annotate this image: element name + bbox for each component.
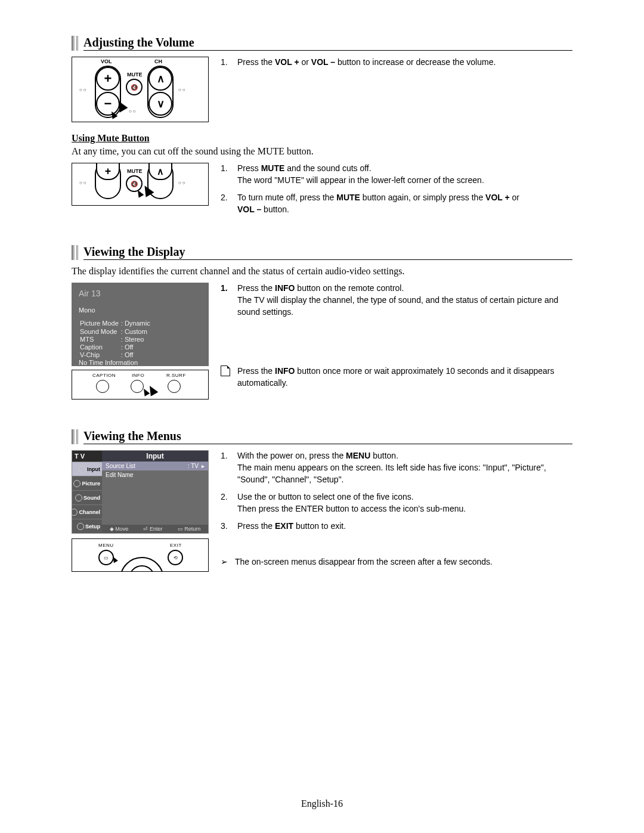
- rsurf-button: [168, 380, 181, 393]
- osd-info-panel: Air 13 Mono Picture Mode: Dynamic Sound …: [72, 283, 209, 366]
- section-header: Viewing the Display: [72, 245, 572, 260]
- step-item: 3. Press the EXIT button to exit.: [221, 521, 572, 532]
- section-accent-bar: [72, 36, 75, 51]
- step-text: With the power on, press the MENU button…: [237, 450, 572, 485]
- section-display: Viewing the Display The display identifi…: [72, 245, 572, 400]
- section-accent-bar: [76, 36, 79, 51]
- step-text: Use the or button to select one of the f…: [237, 491, 466, 515]
- section-accent-bar: [72, 245, 75, 260]
- step-text: Press the INFO button on the remote cont…: [237, 283, 572, 318]
- menu-main: Input Source List: TV▸ Edit Name ◆ Move …: [102, 451, 208, 533]
- menu-label: MENU: [98, 543, 114, 548]
- vol-plus-button: +: [96, 67, 120, 91]
- step-item: 2. To turn mute off, press the MUTE butt…: [221, 192, 572, 215]
- step-text: Press the EXIT button to exit.: [237, 521, 346, 532]
- section-volume: Adjusting the Volume VOL CH + − ∧ ∨ MUTE: [72, 36, 572, 221]
- sidebar-item-sound: Sound: [72, 490, 102, 504]
- step-text: Press the VOL + or VOL – button to incre…: [237, 57, 496, 69]
- info-label: INFO: [132, 373, 144, 378]
- section-header: Viewing the Menus: [72, 429, 572, 444]
- body-text: At any time, you can cut off the sound u…: [72, 146, 572, 157]
- mute-label: MUTE: [127, 168, 143, 174]
- caption-button: [96, 380, 109, 393]
- step-text: To turn mute off, press the MUTE button …: [237, 192, 519, 215]
- vol-label: VOL: [101, 58, 112, 64]
- step-item: 1. Press MUTE and the sound cuts off. Th…: [221, 163, 572, 186]
- section-header: Adjusting the Volume: [72, 36, 572, 51]
- step-item: 2. Use the or button to select one of th…: [221, 491, 572, 515]
- ch-label: CH: [154, 58, 162, 64]
- sidebar-item-channel: Channel: [72, 504, 102, 519]
- osd-channel: Air 13: [79, 289, 202, 298]
- caption-label: CAPTION: [92, 373, 116, 378]
- page-number: English-16: [0, 798, 644, 809]
- osd-sound-mode: Mono: [79, 306, 202, 314]
- triangle-icon: ➢: [221, 556, 228, 568]
- section-accent-bar: [72, 429, 75, 444]
- pointer-arrow-icon: [146, 384, 159, 397]
- menu-footer: ◆ Move ⏎ Enter ▭ Return: [102, 525, 208, 533]
- osd-time: No Time Information: [79, 359, 202, 366]
- section-menus: Viewing the Menus T V Input Picture Soun…: [72, 429, 572, 572]
- sidebar-item-input: Input: [72, 462, 102, 476]
- menu-row: Source List: TV▸: [102, 462, 208, 470]
- section-title: Viewing the Display: [83, 245, 572, 260]
- section-accent-bar: [76, 245, 79, 260]
- remote-mute-illustration: + ∧ MUTE 🔇 ○○ ○○: [72, 163, 209, 206]
- note: ➢ The on-screen menus disappear from the…: [221, 556, 572, 568]
- subheading-mute: Using Mute Button: [72, 133, 572, 144]
- sidebar-item-setup: Setup: [72, 519, 102, 533]
- page: Adjusting the Volume VOL CH + − ∧ ∨ MUTE: [0, 0, 644, 833]
- note: Press the INFO button once more or wait …: [221, 366, 572, 389]
- step-item: 1. Press the VOL + or VOL – button to in…: [221, 57, 572, 69]
- step-item: 1. Press the INFO button on the remote c…: [221, 283, 572, 318]
- menu-tv-label: T V: [72, 451, 102, 462]
- section-title: Viewing the Menus: [83, 429, 572, 444]
- note-icon: [221, 366, 230, 376]
- osd-settings-table: Picture Mode: Dynamic Sound Mode: Custom…: [79, 320, 151, 359]
- rsurf-label: R.SURF: [166, 373, 186, 378]
- remote-menu-illustration: MENU EXIT ▭ ⟲: [72, 538, 209, 572]
- remote-info-illustration: CAPTION INFO R.SURF: [72, 370, 209, 400]
- osd-menu-panel: T V Input Picture Sound Channel Setup In…: [72, 450, 209, 534]
- section-title: Adjusting the Volume: [83, 36, 572, 51]
- step-text: Press MUTE and the sound cuts off. The w…: [237, 163, 484, 186]
- section-accent-bar: [76, 429, 79, 444]
- remote-volume-illustration: VOL CH + − ∧ ∨ MUTE 🔇 ○○ ○○ ○○: [72, 57, 209, 122]
- exit-label: EXIT: [170, 543, 182, 548]
- exit-button: ⟲: [168, 550, 183, 565]
- menu-title: Input: [102, 451, 208, 462]
- ch-down-button: ∨: [148, 92, 172, 116]
- body-text: The display identifies the current chann…: [72, 266, 572, 277]
- menu-sidebar: T V Input Picture Sound Channel Setup: [72, 451, 102, 533]
- mute-label: MUTE: [127, 72, 143, 78]
- menu-row: Edit Name: [102, 470, 208, 479]
- sidebar-item-picture: Picture: [72, 476, 102, 490]
- mute-button: 🔇: [126, 79, 143, 95]
- ch-up-button: ∧: [148, 67, 172, 91]
- step-item: 1. With the power on, press the MENU but…: [221, 450, 572, 485]
